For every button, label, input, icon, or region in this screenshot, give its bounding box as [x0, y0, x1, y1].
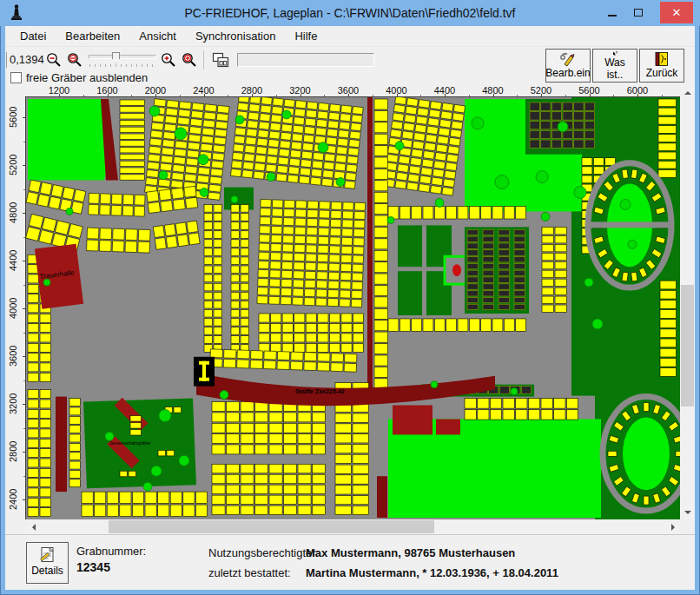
toolbar-separator — [203, 50, 204, 69]
minimize-icon — [608, 15, 617, 17]
map-viewport: TrauerhalleGrüfte Zxx225-42Gemeinschafts… — [26, 97, 680, 519]
menu-datei[interactable]: Datei — [10, 27, 56, 45]
vertical-scrollbar[interactable] — [680, 85, 695, 519]
scroll-down-button[interactable] — [680, 505, 695, 519]
zoom-in-step-button[interactable] — [179, 50, 199, 69]
scrollbar-corner-right — [680, 519, 695, 534]
menu-ansicht[interactable]: Ansicht — [129, 27, 186, 45]
scroll-left-button[interactable] — [26, 519, 41, 534]
scroll-right-icon — [671, 524, 678, 531]
zoom-out-button[interactable] — [43, 50, 63, 69]
ruler-corner — [5, 85, 26, 97]
zoom-slider-ticks — [89, 64, 155, 68]
zoom-in-button[interactable] — [158, 50, 178, 69]
ruler-left: 560052004800440040003600320028002400 — [5, 97, 26, 519]
cascade-windows-icon — [212, 52, 229, 68]
magnifier-plus-icon — [161, 52, 176, 68]
exit-door-icon — [653, 51, 670, 67]
details-label: Details — [31, 565, 63, 577]
menu-bar: Datei Bearbeiten Ansicht Synchronisation… — [5, 26, 695, 46]
back-label: Zurück — [646, 67, 678, 79]
owner-label: Nutzungsberechtigter: — [208, 546, 319, 559]
toolbar-right-group: Bearb.ein ? Was ist.. Zurück — [545, 49, 684, 83]
minimize-button[interactable] — [601, 0, 624, 24]
edit-mode-button[interactable]: Bearb.ein — [545, 49, 591, 83]
edit-tools-icon — [559, 51, 577, 67]
magnifier-minus-icon — [46, 52, 62, 68]
owner-value: Max Mustermann, 98765 Musterhausen — [306, 546, 515, 559]
scrollbar-corner-left — [5, 519, 26, 534]
menu-synchronisation[interactable]: Synchronisation — [186, 27, 286, 45]
last-burial-label: zuletzt bestattet: — [208, 566, 291, 579]
svg-text:?: ? — [616, 51, 618, 55]
close-icon: ✕ — [672, 6, 682, 19]
maximize-icon — [634, 9, 643, 17]
hide-free-graves-label: freie Gräber ausblenden — [26, 71, 148, 84]
menu-hilfe[interactable]: Hilfe — [285, 27, 327, 45]
title-bar[interactable]: PC-FRIEDHOF, Lageplan - C:\FRWIN\Daten\F… — [0, 0, 700, 26]
svg-text:Gemeinschaftsgräber: Gemeinschaftsgräber — [109, 440, 151, 446]
scroll-up-icon — [684, 88, 691, 95]
zoom-slider-thumb[interactable] — [112, 52, 120, 63]
progress-panel — [237, 53, 374, 67]
scroll-right-button[interactable] — [665, 519, 680, 534]
details-document-icon — [38, 545, 57, 565]
scroll-down-icon — [684, 511, 691, 518]
scroll-up-button[interactable] — [680, 85, 695, 100]
hide-free-graves-checkbox[interactable] — [10, 72, 22, 83]
back-button[interactable]: Zurück — [639, 49, 684, 83]
magnifier-circled-plus-icon — [182, 52, 197, 68]
zoom-out-step-button[interactable] — [64, 50, 84, 69]
cemetery-map[interactable]: TrauerhalleGrüfte Zxx225-42Gemeinschafts… — [26, 97, 680, 519]
maximize-button[interactable] — [627, 0, 650, 24]
svg-text:Grüfte Zxx225-42: Grüfte Zxx225-42 — [295, 388, 345, 394]
scroll-left-icon — [29, 524, 36, 531]
grave-number-value: 12345 — [76, 560, 110, 574]
vertical-scrollbar-thumb[interactable] — [681, 285, 694, 407]
zoom-slider-track[interactable] — [89, 55, 156, 59]
grave-number-label: Grabnummer: — [76, 545, 146, 558]
cascade-windows-button[interactable] — [208, 50, 232, 69]
window-title: PC-FRIEDHOF, Lageplan - C:\FRWIN\Daten\F… — [0, 6, 700, 20]
toolbar: 0,1394 — [5, 46, 695, 85]
menu-bearbeiten[interactable]: Bearbeiten — [56, 27, 129, 45]
whats-this-label: Was ist.. — [598, 56, 631, 81]
app-window: PC-FRIEDHOF, Lageplan - C:\FRWIN\Daten\F… — [0, 0, 700, 595]
magnifier-circled-minus-icon — [67, 52, 83, 68]
edit-mode-label: Bearb.ein — [545, 67, 590, 79]
ruler-top: 1200160020002400280032003600400044004800… — [26, 85, 680, 97]
horizontal-scrollbar[interactable] — [26, 519, 680, 534]
status-bar: Details Grabnummer: 12345 Nutzungsberech… — [5, 534, 695, 590]
zoom-slider[interactable] — [89, 51, 156, 69]
last-burial-value: Martina Mustermann, * 12.03.1936, + 18.0… — [306, 566, 558, 579]
details-button[interactable]: Details — [26, 542, 69, 584]
zoom-factor-value: 0,1394 — [6, 52, 43, 68]
whats-this-button[interactable]: ? Was ist.. — [592, 49, 637, 83]
close-button[interactable]: ✕ — [660, 2, 693, 23]
horizontal-scrollbar-thumb[interactable] — [109, 520, 434, 533]
